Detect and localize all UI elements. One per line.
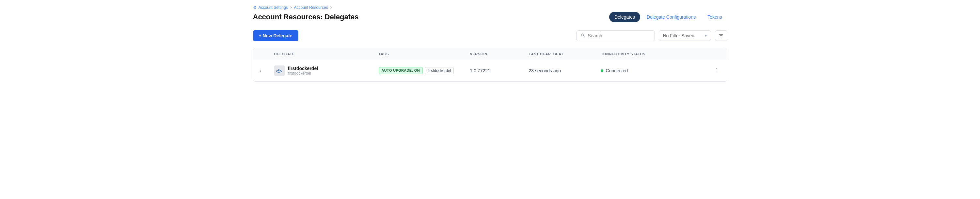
delegate-sub: firstdockerdel <box>288 71 318 75</box>
filter-dropdown-label: No Filter Saved <box>663 33 694 38</box>
status-dot-connected <box>601 69 603 72</box>
version-cell: 1.0.77221 <box>470 68 529 73</box>
breadcrumb-sep-2: > <box>330 5 332 10</box>
toolbar-row: + New Delegate No Filter Saved ▾ <box>253 30 727 41</box>
tag-auto-upgrade: AUTO UPGRADE: ON <box>379 67 423 74</box>
search-input[interactable] <box>588 33 651 38</box>
delegate-info: firstdockerdel firstdockerdel <box>288 66 318 75</box>
filter-icon-button[interactable] <box>715 30 727 41</box>
tags-cell: AUTO UPGRADE: ON firstdockerdel <box>379 67 470 74</box>
search-icon <box>581 33 585 39</box>
breadcrumb-resources[interactable]: Account Resources <box>294 5 328 10</box>
nav-tabs: Delegates Delegate Configurations Tokens <box>609 12 727 22</box>
delegate-name: firstdockerdel <box>288 66 318 71</box>
tag-firstdockerdel: firstdockerdel <box>425 67 454 74</box>
svg-rect-4 <box>278 69 280 71</box>
search-box[interactable] <box>576 30 655 41</box>
delegate-icon <box>274 66 285 76</box>
col-header-expand <box>259 52 274 56</box>
expand-button[interactable]: › <box>259 67 262 75</box>
col-header-tags: TAGS <box>379 52 470 56</box>
tab-delegates[interactable]: Delegates <box>609 12 640 22</box>
svg-rect-3 <box>277 71 278 71</box>
tab-tokens[interactable]: Tokens <box>702 12 727 22</box>
gear-icon: ⚙ <box>253 5 256 10</box>
chevron-down-icon: ▾ <box>705 34 707 38</box>
delegate-cell: firstdockerdel firstdockerdel <box>274 66 379 76</box>
breadcrumb-settings[interactable]: ⚙ Account Settings <box>253 5 288 10</box>
col-header-heartbeat: LAST HEARTBEAT <box>529 52 601 56</box>
filter-dropdown[interactable]: No Filter Saved ▾ <box>659 30 711 41</box>
new-delegate-button[interactable]: + New Delegate <box>253 30 298 41</box>
connectivity-cell: Connected ⋮ <box>601 66 722 75</box>
header-row: Account Resources: Delegates Delegates D… <box>253 12 727 22</box>
row-menu-button[interactable]: ⋮ <box>711 66 722 75</box>
table-header: DELEGATE TAGS VERSION LAST HEARTBEAT CON… <box>253 48 727 60</box>
table: DELEGATE TAGS VERSION LAST HEARTBEAT CON… <box>253 48 727 82</box>
page-title: Account Resources: Delegates <box>253 13 359 21</box>
breadcrumb-sep-1: > <box>290 5 292 10</box>
col-header-connectivity: CONNECTIVITY STATUS <box>601 52 722 56</box>
row-expand-cell: › <box>259 67 274 75</box>
table-row: › firstdockerdel firstdockerdel <box>253 60 727 82</box>
status-text: Connected <box>606 68 628 73</box>
tab-delegate-configurations[interactable]: Delegate Configurations <box>641 12 701 22</box>
col-header-version: VERSION <box>470 52 529 56</box>
svg-rect-5 <box>280 70 281 71</box>
heartbeat-cell: 23 seconds ago <box>529 68 601 73</box>
col-header-delegate: DELEGATE <box>274 52 379 56</box>
breadcrumb: ⚙ Account Settings > Account Resources > <box>253 5 727 10</box>
